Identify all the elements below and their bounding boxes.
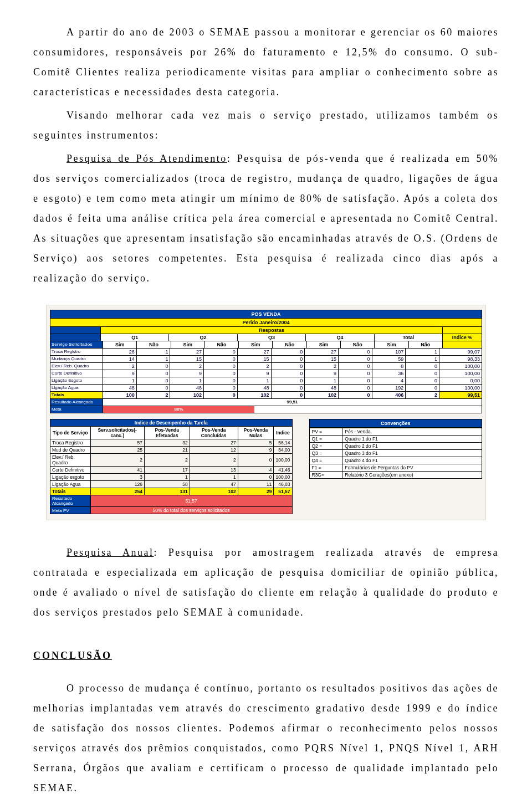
table-row: Corte Definitivo90909090360100,00	[50, 370, 482, 377]
paragraph-pesquisa-pos: Pesquisa de Pós Atendimento: Pesquisa de…	[33, 148, 499, 288]
sim-nao-row: Serviço Solicitados SimNão SimNão SimNão…	[50, 341, 482, 349]
respostas-header-row: Respostas	[50, 327, 482, 334]
table-row: Elev./ Reb. Quadro2220100,00	[50, 454, 293, 467]
paragraph-intro-2: Visando melhorar cada vez mais o serviço…	[33, 105, 499, 145]
conclusion-heading: CONCLUSÃO	[33, 650, 499, 662]
table-row: Q4 =Quadro 4 do F1	[309, 457, 482, 464]
label-pesquisa-anual: Pesquisa Anual	[66, 547, 154, 558]
table-row: Q3 =Quadro 3 do F1	[309, 450, 482, 457]
document-page: A partir do ano de 2003 o SEMAE passou a…	[0, 0, 532, 799]
table-row: Mud de Quadro252112984,00	[50, 447, 293, 454]
label-pesquisa-pos: Pesquisa de Pós Atendimento	[66, 153, 227, 164]
posvenda-subtitle: Perido Janeiro/2004	[50, 319, 482, 327]
posvenda-totais-row: Totais 1002 1020 1020 1020 4062 99,51	[50, 392, 482, 399]
paragraph-intro-1: A partir do ano de 2003 o SEMAE passou a…	[33, 22, 499, 102]
table-row: Corte Definitivo411713441,46	[50, 467, 293, 474]
table-row: PV =Pós - Venda	[309, 428, 482, 436]
pos-venda-tables: POS VENDA Perido Janeiro/2004 Respostas …	[46, 305, 486, 520]
table-row: Ligação esgoto3110100,00	[50, 474, 293, 481]
quarter-header-row: Q1 Q2 Q3 Q4 Total Indice %	[50, 334, 482, 341]
indice-header: Indice %	[443, 334, 482, 341]
posvenda-title: POS VENDA	[50, 310, 482, 319]
table-row: R3G=Relatório 3 Gerações(em anexo)	[309, 472, 482, 479]
tarefa-table: Indice de Desempenho da Tarefa Tipo de S…	[50, 419, 293, 514]
table-row: Troca Registro261270270270107199,07	[50, 349, 482, 356]
paragraph-pesquisa-anual: Pesquisa Anual: Pesquisa por amostragem …	[33, 542, 499, 622]
table-row: Troca Registro573227556,14	[50, 439, 293, 447]
respostas-banner: Respostas	[101, 327, 443, 334]
text-pesquisa-pos: : Pesquisa de pós-venda que é realizada …	[33, 153, 499, 284]
conclusion-paragraph: O processo de mudança é contínuo, portan…	[33, 678, 499, 798]
table-row: Ligação Agua12658471146,03	[50, 481, 293, 488]
convencoes-table: PV =Pós - VendaQ1 =Quadro 1 do F1Q2 =Qua…	[309, 428, 483, 479]
lower-tables: Indice de Desempenho da Tarefa Tipo de S…	[50, 419, 482, 514]
table-row: Q1 =Quadro 1 do F1	[309, 436, 482, 443]
table-row: Elev./ Reb. Quadro2020202080100,00	[50, 363, 482, 370]
table-row: Q2 =Quadro 2 do F1	[309, 443, 482, 450]
table-row: Mudança Quadro14115015015059198,33	[50, 356, 482, 363]
table-row: Ligação Agua4804804804801920100,00	[50, 385, 482, 392]
resultado-row: Resultado Alcançado 99,51	[50, 399, 482, 406]
table-row: F1 =Formulários de Perguntas do PV	[309, 464, 482, 472]
table-row: Ligação Esgoto10101010400,00	[50, 377, 482, 385]
convencoes-title: Convenções	[309, 419, 483, 428]
meta-row: Meta 80%	[50, 406, 482, 413]
